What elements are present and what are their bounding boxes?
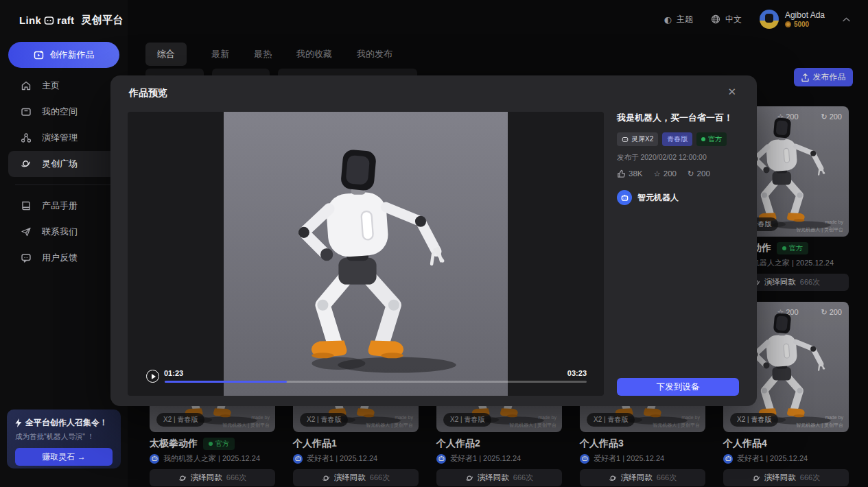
- nodes-icon: [21, 132, 32, 144]
- play-icon: [152, 374, 156, 379]
- official-badge: 官方: [696, 132, 727, 146]
- sidebar-item-label: 产品手册: [42, 200, 78, 212]
- sidebar-item-product-manual[interactable]: 产品手册: [8, 193, 119, 219]
- work-stats: 38K ☆200 ↻200: [617, 169, 739, 178]
- work-detail-panel: 我是机器人，买一台省一百！ 灵犀X2 青春版 官方 发布于 2020/02/02…: [617, 112, 739, 396]
- shares-stat[interactable]: ↻200: [688, 169, 710, 178]
- sidebar-item-label: 用户反馈: [42, 252, 78, 264]
- author-name: 智元机器人: [637, 192, 679, 204]
- edition-badge: 青春版: [662, 132, 692, 146]
- earn-gems-button[interactable]: 赚取灵石 →: [15, 448, 113, 466]
- model-badge: 灵犀X2: [617, 132, 658, 146]
- deploy-to-device-button[interactable]: 下发到设备: [617, 378, 739, 396]
- logo-text-suffix: raft: [57, 14, 74, 26]
- publish-date: 发布于 2020/02/02 12:00:00: [617, 153, 739, 163]
- author-avatar: [617, 190, 632, 205]
- sidebar-item-contact-us[interactable]: 联系我们: [8, 219, 119, 245]
- create-label: 创作新作品: [50, 49, 95, 61]
- current-time: 01:23: [164, 369, 183, 377]
- home-icon: [21, 80, 32, 92]
- planet-icon: [21, 158, 32, 170]
- sidebar-item-label: 灵创广场: [42, 158, 78, 170]
- sidebar: Linkraft 灵创平台 创作新作品 主页 我的空间 演绎管理 灵创广场: [0, 0, 128, 487]
- sidebar-item-label: 我的空间: [42, 106, 78, 118]
- sidebar-item-my-space[interactable]: 我的空间: [8, 99, 119, 125]
- create-icon: [34, 50, 44, 60]
- sidebar-item-home[interactable]: 主页: [8, 73, 119, 99]
- work-preview-modal: 作品预览 ✕ 01:23 03:23 我是机器人，买一台省一百！ 灵犀X2 青春…: [110, 75, 757, 406]
- work-badges: 灵犀X2 青春版 官方: [617, 132, 739, 146]
- work-title: 我是机器人，买一台省一百！: [617, 112, 739, 124]
- progress-bar[interactable]: [165, 381, 587, 383]
- send-icon: [21, 226, 32, 238]
- promo-subtitle: 成为首批"机器人导演" ！: [15, 432, 113, 442]
- folder-icon: [21, 106, 32, 118]
- progress-fill: [165, 381, 287, 383]
- feedback-icon: [21, 252, 32, 264]
- modal-title: 作品预览: [129, 87, 167, 99]
- sidebar-item-feedback[interactable]: 用户反馈: [8, 245, 119, 271]
- create-work-button[interactable]: 创作新作品: [8, 42, 119, 68]
- sidebar-item-label: 演绎管理: [42, 132, 78, 144]
- logo-text-prefix: Link: [19, 14, 41, 26]
- play-button[interactable]: [146, 370, 159, 383]
- close-icon[interactable]: ✕: [727, 86, 736, 98]
- share-icon: ↻: [688, 169, 694, 178]
- star-icon: ☆: [653, 169, 660, 178]
- logo-text-cn: 灵创平台: [81, 14, 123, 27]
- stars-stat[interactable]: ☆200: [653, 169, 677, 178]
- sidebar-item-performance-mgmt[interactable]: 演绎管理: [8, 125, 119, 151]
- sidebar-item-lingchuang-plaza[interactable]: 灵创广场: [8, 151, 119, 177]
- robot-render: [247, 149, 484, 385]
- brand-logo: Linkraft 灵创平台: [19, 14, 124, 27]
- lightning-icon: [15, 418, 22, 427]
- menu-divider: [15, 185, 113, 185]
- video-frame: [224, 112, 508, 396]
- promo-title: 全平台创作人召集令！: [25, 417, 108, 429]
- app-root: Linkraft 灵创平台 创作新作品 主页 我的空间 演绎管理 灵创广场: [0, 0, 868, 487]
- video-player: 01:23 03:23: [128, 112, 604, 396]
- book-icon: [21, 200, 32, 212]
- likes-stat[interactable]: 38K: [617, 169, 642, 178]
- work-author[interactable]: 智元机器人: [617, 190, 739, 205]
- sidebar-item-label: 联系我们: [42, 226, 78, 238]
- robot-logo-icon: [44, 15, 54, 25]
- sidebar-menu: 主页 我的空间 演绎管理 灵创广场 产品手册 联系我们: [0, 73, 128, 271]
- creator-promo-card: 全平台创作人召集令！ 成为首批"机器人导演" ！ 赚取灵石 →: [7, 409, 121, 468]
- total-time: 03:23: [567, 369, 587, 377]
- sidebar-item-label: 主页: [42, 80, 60, 92]
